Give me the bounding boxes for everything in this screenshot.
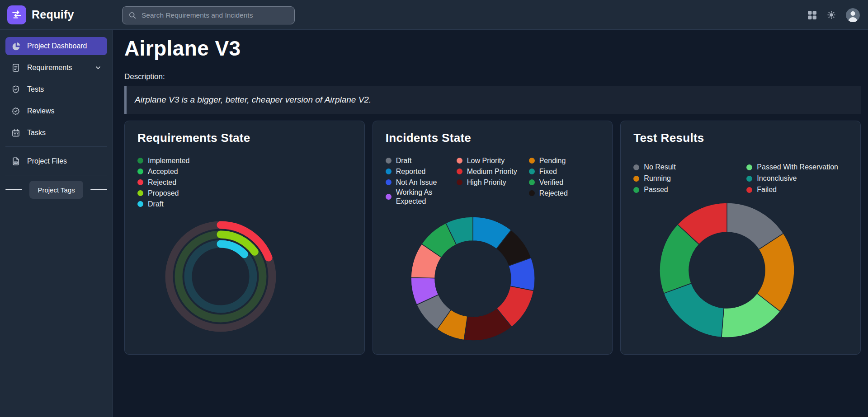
- sidebar-item-label: Project Files: [27, 157, 67, 165]
- project-tags-row: Project Tags: [5, 181, 107, 199]
- page-title: Airplane V3: [124, 37, 861, 60]
- search-bar[interactable]: [122, 6, 295, 24]
- search-input[interactable]: [142, 11, 289, 19]
- badge-check-icon: [11, 106, 21, 116]
- sidebar-item-label: Project Dashboard: [27, 42, 87, 50]
- ring-arc-draft[interactable]: [221, 244, 244, 254]
- description-label: Description:: [124, 72, 861, 81]
- brand[interactable]: Requify: [0, 5, 113, 24]
- requirements-state-rings-chart: [125, 121, 365, 354]
- card-incidents-state: Incidents State DraftReportedNot An Issu…: [373, 121, 613, 355]
- sidebar-divider: [5, 146, 107, 147]
- card-requirements-state: Requirements State ImplementedAcceptedRe…: [124, 121, 365, 355]
- topbar-actions: [807, 0, 860, 30]
- sidebar: Project Dashboard Requirements Tests: [0, 30, 113, 417]
- description-quote: Airplane V3 is a bigger, better, cheaper…: [124, 86, 861, 114]
- chevron-down-icon[interactable]: [94, 64, 102, 71]
- divider-line: [90, 189, 107, 190]
- sidebar-item-label: Reviews: [27, 107, 54, 115]
- dashboard-cards: Requirements State ImplementedAcceptedRe…: [124, 121, 861, 355]
- sidebar-item-label: Tests: [27, 85, 44, 94]
- sidebar-item-label: Requirements: [27, 64, 72, 72]
- apps-grid-icon[interactable]: [807, 10, 817, 20]
- sidebar-item-requirements[interactable]: Requirements: [5, 59, 107, 77]
- sidebar-item-tasks[interactable]: Tasks: [5, 124, 107, 142]
- document-icon: [11, 63, 21, 73]
- sidebar-item-label: Tasks: [27, 129, 46, 137]
- shield-check-icon: [11, 84, 21, 94]
- sidebar-item-reviews[interactable]: Reviews: [5, 102, 107, 120]
- divider-line: [5, 189, 22, 190]
- theme-sun-icon[interactable]: [827, 10, 836, 19]
- file-doc-icon: DOC: [11, 156, 21, 166]
- card-test-results: Test Results No ResultRunningPassedPasse…: [620, 121, 861, 355]
- calendar-icon: [11, 128, 21, 138]
- topbar: Requify: [0, 0, 868, 30]
- description-text: Airplane V3 is a bigger, better, cheaper…: [135, 95, 371, 105]
- sidebar-divider: [5, 175, 107, 175]
- requify-logo-icon: [7, 5, 26, 24]
- pie-chart-icon: [11, 41, 21, 51]
- avatar[interactable]: [846, 8, 860, 22]
- donut-segment-inconclusive[interactable]: [664, 283, 724, 337]
- project-tags-button[interactable]: Project Tags: [29, 181, 83, 199]
- sidebar-item-tests[interactable]: Tests: [5, 80, 107, 98]
- search-icon: [128, 11, 137, 20]
- sidebar-item-project-dashboard[interactable]: Project Dashboard: [5, 37, 107, 55]
- sidebar-item-project-files[interactable]: DOC Project Files: [5, 152, 107, 170]
- test-results-donut-chart: [621, 121, 861, 354]
- incidents-state-donut-chart: [373, 121, 613, 354]
- app-title: Requify: [32, 8, 74, 21]
- main-content: Airplane V3 Description: Airplane V3 is …: [113, 0, 868, 355]
- svg-text:DOC: DOC: [14, 162, 18, 164]
